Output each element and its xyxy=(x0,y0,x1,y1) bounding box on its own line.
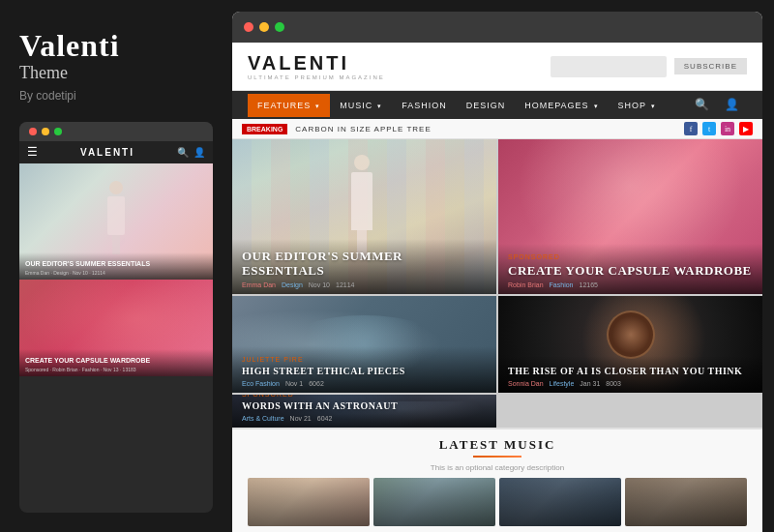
mini-post2-image: CREATE YOUR CAPSULE WARDROBE Sponsored ·… xyxy=(19,280,213,376)
post-ethical-pieces[interactable]: Juliette Pire HIGH STREET ETHICAL PIECES… xyxy=(232,296,496,393)
latest-card-4-overlay xyxy=(625,478,747,526)
dot-red xyxy=(244,22,253,32)
post-summer-essentials-meta: Emma Dan Design Nov 10 12114 xyxy=(242,281,487,288)
post2-date: Nov 1 xyxy=(285,380,303,387)
post4-views: 8003 xyxy=(606,380,621,387)
post-ai-rise-overlay: THE RISE OF AI IS CLOSER THAN YOU THINK … xyxy=(498,356,762,393)
mini-nav-icons: 🔍 👤 xyxy=(177,147,205,158)
post-ai-rise-title: THE RISE OF AI IS CLOSER THAN YOU THINK xyxy=(508,366,753,377)
mini-post2-overlay: CREATE YOUR CAPSULE WARDROBE Sponsored ·… xyxy=(19,349,213,376)
mini-hamburger-icon: ☰ xyxy=(27,145,38,160)
post0-author: Emma Dan xyxy=(242,281,276,288)
post4-author: Sonnia Dan xyxy=(508,380,544,387)
subscribe-button[interactable]: SUBSCRIBE xyxy=(674,58,747,74)
latest-music-title: LATEST MUSIC xyxy=(248,437,747,453)
post-summer-essentials-title: OUR EDITOR'S SUMMER ESSENTIALS xyxy=(242,249,487,279)
post-capsule-wardrobe-title: CREATE YOUR CAPSULE WARDROBE xyxy=(508,263,753,279)
mini-browser-chrome xyxy=(19,122,213,141)
site-logo: VALENTI ULTIMATE PREMIUM MAGAZINE xyxy=(248,52,385,80)
mini-user-icon: 👤 xyxy=(194,147,205,158)
post2-views: 6062 xyxy=(309,380,324,387)
latest-music-divider xyxy=(473,456,521,458)
latest-card-2-overlay xyxy=(373,478,495,526)
mini-browser: ☰ VALENTI 🔍 👤 OUR EDITOR'S SUMMER ESSENT… xyxy=(19,122,213,513)
nav-item-features[interactable]: FEATURES ▾ xyxy=(248,94,330,117)
post-capsule-wardrobe[interactable]: Sponsored CREATE YOUR CAPSULE WARDROBE R… xyxy=(498,139,762,294)
mini-post1-meta: Emma Dan · Design · Nov 10 · 12114 xyxy=(25,270,207,276)
post0-date: Nov 10 xyxy=(309,281,330,288)
nav-user-icon[interactable]: 👤 xyxy=(717,91,747,119)
breaking-text: CARBON IN SIZE APPLE TREE xyxy=(295,125,431,133)
post-astronaut-title: WORDS WITH AN ASTRONAUT xyxy=(242,400,487,412)
nav-arrow-features: ▾ xyxy=(313,103,320,109)
nav-arrow-homepages: ▾ xyxy=(591,103,599,109)
nav-search-icon[interactable]: 🔍 xyxy=(687,91,717,119)
post3-tag: Sponsored xyxy=(242,395,487,398)
mini-post1-image: OUR EDITOR'S SUMMER ESSENTIALS Emma Dan … xyxy=(19,163,213,280)
nav-arrow-shop: ▾ xyxy=(648,103,656,109)
social-twitter-icon[interactable]: t xyxy=(702,122,716,135)
post1-views: 12165 xyxy=(579,281,597,288)
site-nav: FEATURES ▾ MUSIC ▾ FASHION DESIGN HOMEPA… xyxy=(232,91,762,119)
post4-date: Jan 31 xyxy=(580,380,600,387)
site-logo-tagline: ULTIMATE PREMIUM MAGAZINE xyxy=(248,74,385,80)
latest-music-desc: This is an optional category description xyxy=(248,463,747,472)
nav-item-shop[interactable]: SHOP ▾ xyxy=(609,94,666,117)
post2-tag: Juliette Pire xyxy=(242,356,487,363)
post-capsule-wardrobe-meta: Robin Brian Fashion 12165 xyxy=(508,281,753,288)
post-ai-rise[interactable]: THE RISE OF AI IS CLOSER THAN YOU THINK … xyxy=(498,296,762,393)
post-summer-essentials[interactable]: OUR EDITOR'S SUMMER ESSENTIALS Emma Dan … xyxy=(232,139,496,294)
header-ad-space xyxy=(551,56,667,77)
post-astronaut[interactable]: Sponsored WORDS WITH AN ASTRONAUT Arts &… xyxy=(232,395,496,428)
nav-item-fashion[interactable]: FASHION xyxy=(392,94,457,117)
nav-item-design[interactable]: DESIGN xyxy=(457,94,516,117)
post1-tag: Sponsored xyxy=(508,253,753,260)
mini-post2-title: CREATE YOUR CAPSULE WARDROBE xyxy=(25,357,207,365)
post1-cat: Fashion xyxy=(550,281,574,288)
site-header: VALENTI ULTIMATE PREMIUM MAGAZINE SUBSCR… xyxy=(232,43,762,91)
social-youtube-icon[interactable]: ▶ xyxy=(739,122,753,135)
mini-search-icon: 🔍 xyxy=(177,147,189,158)
mini-post2-meta: Sponsored · Robin Brian · Fashion · Nov … xyxy=(25,367,207,372)
latest-music-cards xyxy=(248,478,747,526)
site-header-right: SUBSCRIBE xyxy=(551,56,747,77)
left-title: Valenti xyxy=(19,29,213,63)
nav-item-music[interactable]: MUSIC ▾ xyxy=(330,94,392,117)
latest-card-4[interactable] xyxy=(625,478,747,526)
post3-cat: Arts & Culture xyxy=(242,415,284,422)
post-summer-essentials-overlay: OUR EDITOR'S SUMMER ESSENTIALS Emma Dan … xyxy=(232,239,496,294)
left-panel: Valenti Theme By codetipi ☰ VALENTI 🔍 👤 xyxy=(0,0,232,532)
post1-author: Robin Brian xyxy=(508,281,544,288)
mini-dot-green xyxy=(54,128,62,135)
post2-cat: Eco Fashion xyxy=(242,380,280,387)
mini-dot-red xyxy=(29,128,37,135)
latest-card-1-overlay xyxy=(248,478,370,526)
nav-arrow-music: ▾ xyxy=(374,103,382,109)
post-astronaut-meta: Arts & Culture Nov 21 6042 xyxy=(242,415,487,422)
latest-card-2[interactable] xyxy=(373,478,495,526)
mini-post1-overlay: OUR EDITOR'S SUMMER ESSENTIALS Emma Dan … xyxy=(19,252,213,280)
mini-content: OUR EDITOR'S SUMMER ESSENTIALS Emma Dan … xyxy=(19,163,213,376)
latest-card-3-overlay xyxy=(499,478,621,526)
post-capsule-wardrobe-overlay: Sponsored CREATE YOUR CAPSULE WARDROBE R… xyxy=(498,244,762,294)
post3-date: Nov 21 xyxy=(290,415,312,422)
breaking-social: f t in ▶ xyxy=(684,122,753,135)
post-ethical-pieces-title: HIGH STREET ETHICAL PIECES xyxy=(242,366,487,377)
latest-card-3[interactable] xyxy=(499,478,621,526)
browser-chrome xyxy=(232,12,762,43)
main-content-grid: OUR EDITOR'S SUMMER ESSENTIALS Emma Dan … xyxy=(232,139,762,428)
social-facebook-icon[interactable]: f xyxy=(684,122,698,135)
post0-views: 12114 xyxy=(336,281,354,288)
browser-content: VALENTI ULTIMATE PREMIUM MAGAZINE SUBSCR… xyxy=(232,43,762,532)
right-panel: VALENTI ULTIMATE PREMIUM MAGAZINE SUBSCR… xyxy=(232,12,762,532)
post0-cat: Design xyxy=(282,281,303,288)
left-subtitle: Theme xyxy=(19,63,213,83)
latest-card-1[interactable] xyxy=(248,478,370,526)
nav-item-homepages[interactable]: HOMEPAGES ▾ xyxy=(515,94,608,117)
mini-logo: VALENTI xyxy=(80,147,134,158)
post-ethical-pieces-meta: Eco Fashion Nov 1 6062 xyxy=(242,380,487,387)
post4-cat: Lifestyle xyxy=(550,380,575,387)
social-instagram-icon[interactable]: in xyxy=(721,122,734,135)
mini-nav: ☰ VALENTI 🔍 👤 xyxy=(19,141,213,163)
post3-views: 6042 xyxy=(317,415,333,422)
